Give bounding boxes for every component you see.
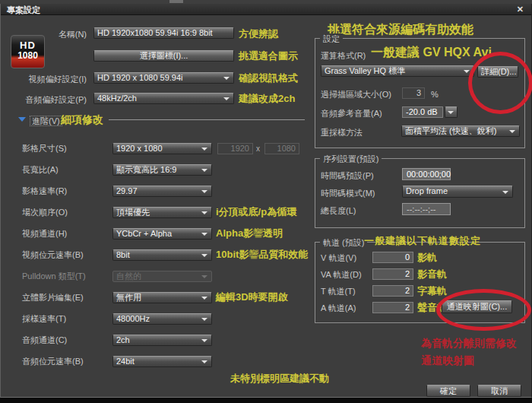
resample-value: 面積平均法 (快速、銳利) xyxy=(405,126,496,135)
chevron-down-icon xyxy=(201,360,207,363)
overscan-input: 3 xyxy=(402,87,425,99)
aspect-ratio-dropdown[interactable]: 顯示寬高比 16:9 xyxy=(112,164,212,176)
sample-rate-label: 採樣速率(T) xyxy=(22,314,66,324)
annotation-video-format: 確認視訊格式 xyxy=(239,71,298,85)
tc-preset-label: 時間碼預設(P) xyxy=(321,171,374,181)
video-bit-depth-dropdown[interactable]: 8bit xyxy=(112,249,212,261)
annotation-untouched: 未特別標明區建議不動 xyxy=(230,372,329,386)
total-length-input: --:--:--;-- xyxy=(402,203,451,215)
va-track-input[interactable]: 2 xyxy=(372,268,413,280)
chevron-down-icon xyxy=(201,211,207,214)
name-label: 名稱(N) xyxy=(16,30,87,40)
overscan-unit: % xyxy=(431,90,439,100)
name-input[interactable]: HD 1920x1080 59.94i 16:9 8bit xyxy=(93,27,234,39)
t-track-input[interactable]: 2 xyxy=(372,285,413,297)
stereoscopic-value: 無作用 xyxy=(116,293,141,302)
video-channel-value: YCbCr + Alpha xyxy=(116,229,172,238)
video-preset-dropdown[interactable]: HD 1920 x 1080 59.94i xyxy=(93,72,234,84)
render-format-value: Grass Valley HQ 標準 xyxy=(325,66,405,75)
render-format-label: 運算格式(R) xyxy=(321,51,366,61)
audio-preset-dropdown[interactable]: 48kHz/2ch xyxy=(93,93,234,104)
v-track-input[interactable]: 0 xyxy=(372,252,413,263)
frame-rate-dropdown[interactable]: 29.97 xyxy=(112,186,212,197)
video-preset-value: HD 1920 x 1080 59.94i xyxy=(97,73,183,82)
red-circle-annotation-detail xyxy=(468,52,532,114)
annotation-10bit: 10bit影響品質和效能 xyxy=(216,248,308,262)
ok-button[interactable]: 確定 xyxy=(426,385,470,397)
frame-size-value: 1920 x 1080 xyxy=(116,144,163,153)
resample-dropdown[interactable]: 面積平均法 (快速、銳利) xyxy=(401,125,520,137)
titlebar: 專案設定 ✕ xyxy=(1,4,531,15)
chevron-down-icon xyxy=(223,77,230,80)
frame-rate-label: 影格速率(R) xyxy=(22,186,67,196)
annotation-t-track: 字幕軌 xyxy=(417,284,447,298)
t-track-label: T 軌道(T) xyxy=(321,287,356,297)
annotation-va-track: 影音軌 xyxy=(417,268,447,281)
field-order-dropdown[interactable]: 頂場優先 xyxy=(112,207,212,218)
video-channel-dropdown[interactable]: YCbCr + Alpha xyxy=(112,228,212,240)
sample-rate-value: 48000Hz xyxy=(116,314,150,323)
chevron-down-icon xyxy=(201,190,207,193)
annotation-audio-split-2: 通道映射圖 xyxy=(421,354,474,368)
select-icon-button[interactable]: 選擇圖標(I)... xyxy=(93,50,234,62)
chevron-down-icon xyxy=(201,169,207,172)
close-icon[interactable]: ✕ xyxy=(517,5,524,14)
chevron-down-icon xyxy=(201,233,207,236)
stereoscopic-label: 立體影片編集(E) xyxy=(22,293,84,303)
overscan-label: 過掃描區域大小(O) xyxy=(321,90,391,100)
frame-size-dropdown[interactable]: 1920 x 1080 xyxy=(112,143,212,154)
audio-ref-dropdown-button[interactable] xyxy=(445,106,458,118)
project-preset-badge: HD 1080 xyxy=(11,35,45,68)
tc-preset-input[interactable]: 00:00:00;00 xyxy=(402,168,451,180)
audio-preset-value: 48kHz/2ch xyxy=(97,94,137,103)
annotation-track-counts: 一般建議以下軌道數設定 xyxy=(364,234,481,248)
section-divider xyxy=(109,119,305,120)
annotation-v-track: 影軌 xyxy=(417,251,437,265)
chevron-down-icon xyxy=(223,97,230,100)
a-track-input[interactable]: 2 xyxy=(372,302,413,313)
annotation-field-order: i分頂或底/p為循環 xyxy=(216,205,296,219)
red-circle-annotation-channel-map xyxy=(436,289,531,331)
audio-channel-value: 2ch xyxy=(116,335,130,344)
chevron-down-icon xyxy=(509,130,515,133)
tc-mode-dropdown[interactable]: Drop frame xyxy=(402,186,513,198)
render-format-dropdown[interactable]: Grass Valley HQ 標準 xyxy=(321,65,474,77)
annotation-advanced: 細項修改 xyxy=(61,113,103,127)
va-track-label: VA 軌道(D) xyxy=(321,270,362,280)
cancel-button[interactable]: 取消 xyxy=(477,385,521,397)
stereoscopic-dropdown[interactable]: 無作用 xyxy=(112,292,212,303)
audio-preset-label: 音頻偏好設定(P) xyxy=(16,95,87,105)
audio-ref-input[interactable]: -20.0 dB xyxy=(402,106,443,118)
audio-channel-dropdown[interactable]: 2ch xyxy=(112,335,212,346)
background-app-edge xyxy=(169,0,183,3)
field-order-label: 場次順序(O) xyxy=(22,208,68,217)
badge-line1: HD xyxy=(11,40,44,51)
dimension-separator: x xyxy=(256,144,260,153)
audio-ref-label: 音頻參考音量(A) xyxy=(321,109,382,119)
chevron-down-icon xyxy=(201,297,207,300)
chevron-down-icon xyxy=(201,148,207,151)
frame-size-label: 影格尺寸(S) xyxy=(22,144,67,154)
field-order-value: 頂場優先 xyxy=(116,208,150,217)
chevron-down-icon xyxy=(201,275,207,278)
v-track-label: V 軌道(V) xyxy=(321,253,356,263)
collapse-triangle-icon[interactable] xyxy=(18,117,26,122)
annotation-alpha: Alpha影響透明 xyxy=(216,227,283,240)
annotation-codec: 挑選符合來源編碼有助效能 xyxy=(328,22,473,38)
annotation-name: 方便辨認 xyxy=(239,27,278,41)
annotation-audio-split-1: 為音軌分離則需修改 xyxy=(421,337,517,351)
video-bit-depth-value: 8bit xyxy=(116,250,130,259)
audio-bit-depth-value: 24bit xyxy=(116,357,135,366)
frame-width-input: 1920 xyxy=(217,143,253,154)
pulldown-type-value: 自然的 xyxy=(116,271,141,281)
resample-label: 重採樣方法 xyxy=(321,128,363,138)
audio-bit-depth-dropdown[interactable]: 24bit xyxy=(112,356,212,367)
chevron-down-icon xyxy=(502,191,508,194)
dialog-title: 專案設定 xyxy=(7,5,40,16)
advanced-toggle[interactable]: 進階(V) xyxy=(30,116,62,126)
sequence-group-title: 序列設置(預設) xyxy=(320,154,382,165)
chevron-down-icon xyxy=(201,254,207,257)
tc-mode-value: Drop frame xyxy=(406,186,448,195)
audio-bit-depth-label: 音頻位元速率(B) xyxy=(22,357,84,367)
sample-rate-dropdown[interactable]: 48000Hz xyxy=(112,313,212,325)
